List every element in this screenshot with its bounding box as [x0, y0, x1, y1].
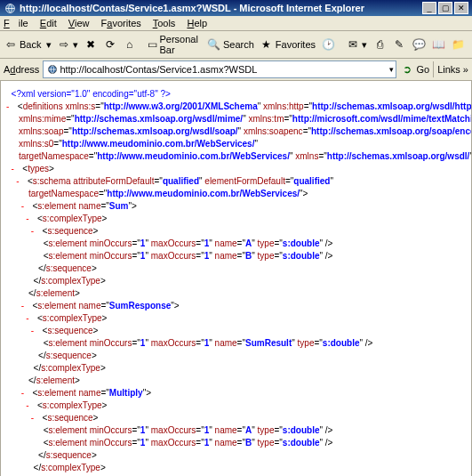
- attr-val: s:double: [283, 425, 320, 435]
- personal-icon: ▭: [148, 37, 158, 52]
- wsdl-content[interactable]: <?xml version="1.0" encoding="utf-8" ?> …: [0, 81, 472, 476]
- collapse-toggle[interactable]: -: [26, 213, 35, 225]
- attr: maxOccurs: [151, 238, 196, 248]
- favorites-icon: ★: [260, 37, 274, 52]
- sequence-close: s:sequence: [46, 351, 92, 360]
- history-button[interactable]: 🕑: [321, 37, 335, 52]
- attr-val: 1: [140, 425, 146, 435]
- collapse-toggle[interactable]: -: [31, 412, 40, 424]
- attr: name: [215, 425, 237, 435]
- attr-val: s:double: [283, 438, 320, 448]
- back-icon: ⇦: [4, 37, 18, 52]
- menu-tools[interactable]: Tools: [153, 18, 176, 28]
- menu-edit[interactable]: Edit: [40, 18, 57, 28]
- element-close: s:element: [36, 288, 75, 298]
- attr: type: [258, 425, 275, 435]
- window-title: http://localhost/Contas/Service1.asmx?WS…: [20, 3, 420, 13]
- attr-val: http://schemas.xmlsoap.org/soap/encoding…: [311, 126, 472, 136]
- attr: xmlns: [295, 151, 318, 161]
- attr-val: B: [245, 438, 252, 448]
- forward-button[interactable]: ⇨▾: [57, 37, 78, 52]
- complextype-close: s:complexType: [41, 363, 100, 373]
- dropdown-icon[interactable]: ▾: [389, 65, 394, 74]
- sequence-tag: s:sequence: [47, 226, 92, 236]
- menu-help[interactable]: Help: [187, 18, 207, 28]
- book-icon: 📖: [431, 37, 445, 52]
- go-label: Go: [416, 64, 429, 75]
- links-button[interactable]: Links »: [437, 64, 468, 75]
- personal-bar-button[interactable]: ▭Personal Bar: [148, 34, 202, 55]
- element-tag: s:element: [37, 388, 76, 398]
- stop-button[interactable]: ✖: [84, 37, 98, 52]
- discuss-button[interactable]: 💬: [412, 37, 426, 52]
- attr: minOccurs: [90, 438, 132, 448]
- attr: xmlns:soap: [19, 126, 64, 136]
- attr: minOccurs: [90, 425, 132, 435]
- collapse-toggle[interactable]: -: [31, 325, 40, 337]
- attr: type: [298, 338, 315, 348]
- close-button[interactable]: ✕: [454, 2, 468, 14]
- types-tag: types: [28, 164, 49, 173]
- sequence-tag: s:sequence: [47, 413, 92, 423]
- menu-favorites[interactable]: Favorites: [101, 18, 141, 28]
- xml-declaration: <?xml version="1.0" encoding="utf-8" ?>: [12, 89, 171, 99]
- search-button[interactable]: 🔍Search: [207, 37, 254, 52]
- attr: xmlns:tm: [248, 114, 284, 124]
- collapse-toggle[interactable]: -: [21, 387, 30, 399]
- back-button[interactable]: ⇦Back ▾: [4, 37, 52, 52]
- collapse-toggle[interactable]: -: [21, 200, 30, 213]
- attr-val: s:double: [283, 251, 320, 261]
- attr: xmlns:http: [263, 101, 304, 111]
- attr-val: SumResponse: [109, 301, 171, 311]
- print-button[interactable]: ⎙: [372, 37, 387, 52]
- attr: maxOccurs: [151, 425, 196, 435]
- edit-button[interactable]: ✎: [392, 37, 406, 52]
- attr-val: Multiply: [109, 388, 143, 398]
- menu-file[interactable]: File: [4, 18, 28, 28]
- element-tag: s:element: [37, 301, 76, 311]
- go-button[interactable]: ➲Go: [400, 62, 429, 77]
- attr: type: [258, 251, 275, 261]
- maximize-button[interactable]: ▢: [438, 2, 452, 14]
- collapse-toggle[interactable]: -: [26, 399, 35, 412]
- attr: maxOccurs: [151, 438, 196, 448]
- attr-val: http://schemas.xmlsoap.org/wsdl/soap/: [72, 126, 238, 136]
- collapse-toggle[interactable]: -: [31, 225, 40, 238]
- refresh-button[interactable]: ⟳: [103, 37, 117, 52]
- complextype-close: s:complexType: [41, 276, 100, 286]
- attr: maxOccurs: [151, 251, 196, 261]
- complextype-tag: s:complexType: [43, 214, 102, 223]
- toolbar: ⇦Back ▾ ⇨▾ ✖ ⟳ ⌂ ▭Personal Bar 🔍Search ★…: [0, 31, 472, 59]
- collapse-toggle[interactable]: -: [12, 163, 20, 175]
- attr-val: 1: [204, 238, 210, 248]
- menu-bar: File Edit View Favorites Tools Help: [0, 16, 472, 31]
- minimize-button[interactable]: _: [422, 2, 436, 14]
- attr-val: s:double: [323, 338, 360, 348]
- separator: [433, 61, 434, 77]
- print-icon: ⎙: [372, 37, 387, 52]
- menu-view[interactable]: View: [68, 18, 90, 28]
- address-bar: Address http://localhost/Contas/Service1…: [0, 59, 472, 81]
- collapse-toggle[interactable]: -: [21, 300, 30, 312]
- attr-val: 1: [204, 425, 210, 435]
- attr-val: 1: [204, 438, 210, 448]
- mail-button[interactable]: ✉▾: [346, 37, 367, 52]
- attr-val: qualified: [163, 176, 199, 186]
- tool-a-button[interactable]: 📖: [431, 37, 445, 52]
- tool-b-button[interactable]: 📁: [451, 37, 465, 52]
- attr-val: http://www.meudominio.com.br/WebServices…: [107, 189, 300, 198]
- history-icon: 🕑: [321, 37, 335, 52]
- attr-val: 1: [204, 251, 210, 261]
- complextype-tag: s:complexType: [43, 313, 102, 323]
- address-field[interactable]: http://localhost/Contas/Service1.asmx?WS…: [43, 61, 396, 78]
- element-tag: s:element: [49, 438, 87, 448]
- attr-val: http://www.w3.org/2001/XMLSchema: [104, 101, 258, 111]
- collapse-toggle[interactable]: -: [6, 101, 15, 113]
- favorites-button[interactable]: ★Favorites: [260, 37, 316, 52]
- collapse-toggle[interactable]: -: [16, 175, 25, 188]
- element-tag: s:element: [37, 201, 76, 211]
- collapse-toggle[interactable]: -: [26, 312, 35, 325]
- home-button[interactable]: ⌂: [123, 37, 137, 52]
- attr-val: http://schemas.xmlsoap.org/wsdl/: [327, 151, 470, 161]
- folder-icon: 📁: [451, 37, 465, 52]
